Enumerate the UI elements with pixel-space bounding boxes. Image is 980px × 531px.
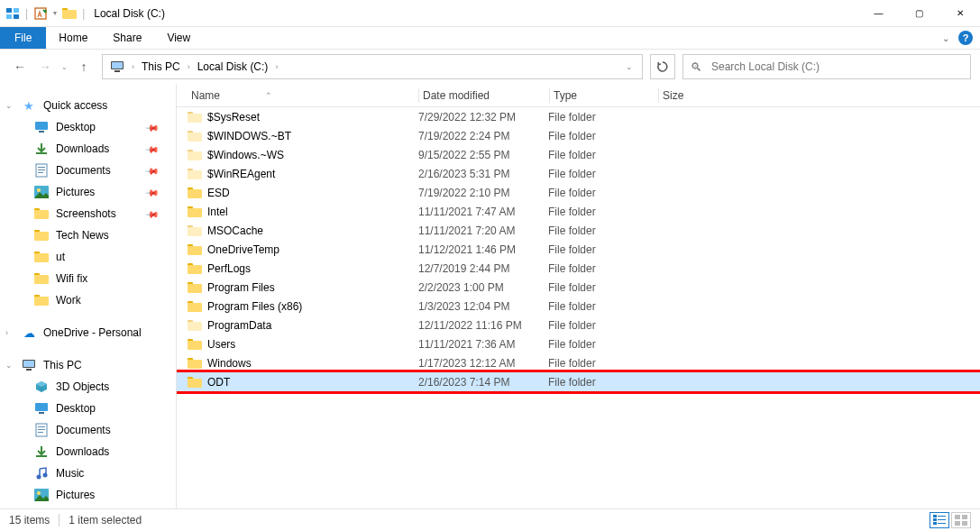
file-row[interactable]: Program Files (x86) 1/3/2023 12:04 PM Fi… xyxy=(177,297,980,316)
ribbon-tab-home[interactable]: Home xyxy=(46,27,100,49)
breadcrumb-local-disk[interactable]: Local Disk (C:) xyxy=(194,55,272,78)
file-list[interactable]: $SysReset 7/29/2022 12:32 PM File folder… xyxy=(177,107,980,508)
sidebar-this-pc[interactable]: This PC xyxy=(0,354,176,376)
file-row[interactable]: $WINDOWS.~BT 7/19/2022 2:24 PM File fold… xyxy=(177,126,980,145)
ribbon-tab-view[interactable]: View xyxy=(154,27,203,49)
folder-icon xyxy=(188,167,202,181)
sidebar-onedrive[interactable]: ☁ OneDrive - Personal xyxy=(0,322,176,343)
file-row[interactable]: Users 11/11/2021 7:36 AM File folder xyxy=(177,334,980,353)
file-row[interactable]: ProgramData 12/11/2022 11:16 PM File fol… xyxy=(177,316,980,334)
breadcrumb-separator[interactable]: › xyxy=(271,62,281,71)
desktop-icon xyxy=(34,120,49,134)
file-row[interactable]: PerfLogs 12/7/2019 2:44 PM File folder xyxy=(177,259,980,278)
expand-icon[interactable] xyxy=(5,101,13,110)
folder-icon[interactable] xyxy=(62,6,77,21)
file-date: 7/29/2022 12:32 PM xyxy=(418,111,548,124)
help-button[interactable]: ? xyxy=(958,31,973,45)
maximize-button[interactable]: ▢ xyxy=(899,0,939,27)
window-controls: — ▢ ✕ xyxy=(858,0,980,27)
svg-rect-44 xyxy=(188,114,202,123)
file-row[interactable]: $SysReset 7/29/2022 12:32 PM File folder xyxy=(177,107,980,126)
sidebar-item-work[interactable]: Work xyxy=(0,289,176,311)
3d-icon xyxy=(34,380,49,394)
breadcrumb-this-pc[interactable]: This PC xyxy=(138,55,184,78)
sidebar-item-ut[interactable]: ut xyxy=(0,246,176,268)
breadcrumb-separator[interactable]: › xyxy=(128,62,138,71)
sidebar-item-label: Downloads xyxy=(56,445,109,458)
sidebar-item-label: Documents xyxy=(56,424,111,436)
forward-button[interactable]: → xyxy=(34,56,56,78)
expand-icon[interactable] xyxy=(5,361,13,370)
properties-icon[interactable] xyxy=(33,6,48,21)
file-date: 2/16/2023 7:14 PM xyxy=(418,376,548,389)
ribbon-collapse-icon[interactable]: ⌄ xyxy=(942,33,949,43)
file-name: ESD xyxy=(207,187,230,199)
file-row[interactable]: Windows 1/17/2023 12:12 AM File folder xyxy=(177,353,980,372)
sidebar-item-label: Wifi fix xyxy=(56,272,87,285)
file-row[interactable]: OneDriveTemp 11/12/2021 1:46 PM File fol… xyxy=(177,240,980,259)
svg-rect-75 xyxy=(933,518,937,521)
breadcrumb-separator[interactable]: › xyxy=(184,62,194,71)
svg-rect-80 xyxy=(962,515,967,519)
sidebar-quick-access[interactable]: ★ Quick access xyxy=(0,95,176,116)
sidebar: ★ Quick access Desktop 📌 Downloads 📌 Doc… xyxy=(0,84,177,508)
file-row[interactable]: MSOCache 11/11/2021 7:20 AM File folder xyxy=(177,221,980,240)
file-row[interactable]: ODT 2/16/2023 7:14 PM File folder xyxy=(177,372,980,391)
sidebar-item-tech-news[interactable]: Tech News xyxy=(0,224,176,246)
ribbon-tab-share[interactable]: Share xyxy=(100,27,154,49)
history-dropdown[interactable]: ⌄ xyxy=(60,63,69,71)
close-button[interactable]: ✕ xyxy=(939,0,980,27)
svg-rect-72 xyxy=(188,379,202,388)
minimize-button[interactable]: — xyxy=(858,0,899,27)
file-row[interactable]: $Windows.~WS 9/15/2022 2:55 PM File fold… xyxy=(177,145,980,164)
sidebar-item-music[interactable]: Music xyxy=(0,462,176,484)
sidebar-item-downloads[interactable]: Downloads xyxy=(0,441,176,462)
folder-icon xyxy=(188,337,202,352)
sidebar-item-documents[interactable]: Documents 📌 xyxy=(0,160,176,181)
sidebar-item-desktop[interactable]: Desktop xyxy=(0,398,176,419)
file-date: 11/11/2021 7:20 AM xyxy=(418,224,548,237)
column-header-name[interactable]: Name ⌃ xyxy=(188,84,418,106)
address-dropdown-icon[interactable]: ⌄ xyxy=(620,62,638,71)
qat-dropdown[interactable]: ▾ xyxy=(53,9,57,17)
svg-rect-2 xyxy=(6,14,12,19)
expand-icon[interactable] xyxy=(5,328,8,337)
sidebar-item-wifi-fix[interactable]: Wifi fix xyxy=(0,268,176,289)
up-button[interactable]: ↑ xyxy=(73,56,95,78)
view-large-icons-button[interactable] xyxy=(951,512,971,528)
sidebar-item-downloads[interactable]: Downloads 📌 xyxy=(0,138,176,160)
sidebar-item-label: ut xyxy=(56,251,65,263)
file-row[interactable]: ESD 7/19/2022 2:10 PM File folder xyxy=(177,183,980,202)
svg-rect-31 xyxy=(26,369,32,371)
file-date: 9/15/2022 2:55 PM xyxy=(418,149,548,161)
back-button[interactable]: ← xyxy=(9,56,31,78)
address-bar[interactable]: › This PC › Local Disk (C:) › ⌄ xyxy=(102,54,643,79)
sidebar-item-screenshots[interactable]: Screenshots 📌 xyxy=(0,203,176,224)
file-type: File folder xyxy=(548,281,656,294)
refresh-button[interactable] xyxy=(650,54,675,79)
view-details-button[interactable] xyxy=(930,512,949,528)
file-row[interactable]: Program Files 2/2/2023 1:00 PM File fold… xyxy=(177,278,980,297)
ribbon-tab-file[interactable]: File xyxy=(0,27,46,49)
search-box[interactable]: 🔍︎ xyxy=(682,54,971,79)
column-header-date[interactable]: Date modified xyxy=(419,84,549,106)
sidebar-item-label: Desktop xyxy=(56,402,96,415)
sidebar-item-pictures[interactable]: Pictures xyxy=(0,484,176,506)
svg-rect-68 xyxy=(188,341,202,350)
column-header-size[interactable]: Size xyxy=(659,84,731,106)
file-date: 2/16/2023 5:31 PM xyxy=(418,168,548,180)
file-date: 1/3/2023 12:04 PM xyxy=(418,300,548,313)
sidebar-item-pictures[interactable]: Pictures 📌 xyxy=(0,181,176,203)
file-row[interactable]: $WinREAgent 2/16/2023 5:31 PM File folde… xyxy=(177,164,980,183)
breadcrumb-pc-icon[interactable] xyxy=(106,55,128,78)
folder-icon xyxy=(188,148,202,162)
pictures-icon xyxy=(34,185,49,199)
sidebar-item-3d-objects[interactable]: 3D Objects xyxy=(0,376,176,398)
sidebar-item-documents[interactable]: Documents xyxy=(0,419,176,441)
sidebar-item-desktop[interactable]: Desktop 📌 xyxy=(0,116,176,138)
search-input[interactable] xyxy=(710,60,963,74)
file-row[interactable]: Intel 11/11/2021 7:47 AM File folder xyxy=(177,202,980,221)
column-header-type[interactable]: Type xyxy=(550,84,658,106)
file-type: File folder xyxy=(548,319,656,332)
file-date: 11/11/2021 7:47 AM xyxy=(418,206,548,218)
